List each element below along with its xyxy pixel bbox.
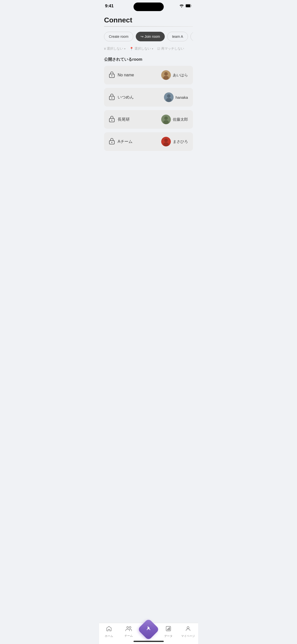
wifi-icon — [179, 4, 184, 8]
filter-row: ¥ 選択しない ▾ 📍 選択しない ▾ ☑ 再マッチしない — [104, 46, 193, 51]
status-icons — [179, 4, 192, 8]
svg-point-15 — [164, 116, 168, 120]
lock-icon-2 — [109, 93, 115, 101]
tab-team-b[interactable]: team b — [190, 32, 193, 41]
tab-buttons: Create room ↪ Join room team A team b — [104, 32, 193, 41]
svg-point-6 — [163, 76, 169, 80]
page-title: Connect — [104, 16, 193, 24]
room-card-3[interactable]: 長尾研 佐藤太郎 — [104, 110, 193, 129]
section-title: 公開されているroom — [104, 57, 193, 62]
svg-rect-1 — [186, 4, 190, 7]
room-card-1[interactable]: No name あいはら — [104, 66, 193, 84]
user-name-2: hanaka — [176, 95, 188, 100]
avatar-2 — [164, 92, 174, 102]
room-name-4: Aチーム — [118, 139, 133, 144]
room-card-4-left: Aチーム — [109, 138, 133, 146]
user-name-3: 佐藤太郎 — [173, 117, 188, 122]
notch — [134, 3, 164, 11]
status-bar: 9:41 — [99, 0, 198, 11]
tab-create-room[interactable]: Create room — [104, 32, 133, 41]
room-card-2[interactable]: いつめん hanaka — [104, 88, 193, 107]
avatar-4 — [161, 137, 171, 146]
svg-point-13 — [111, 120, 112, 121]
filter-rematch-label: 再マッチしない — [161, 46, 184, 51]
filter-price[interactable]: ¥ 選択しない ▾ — [104, 46, 125, 51]
svg-point-3 — [111, 75, 112, 76]
svg-point-21 — [163, 142, 169, 146]
location-icon: 📍 — [129, 47, 134, 51]
user-name-4: まさひろ — [173, 139, 188, 144]
lock-icon-3 — [109, 116, 115, 123]
filter-location-label: 選択しない — [135, 46, 151, 51]
title-underline — [104, 26, 193, 27]
lock-icon-4 — [109, 138, 115, 146]
filter-price-label: 選択しない — [107, 46, 123, 51]
room-card-1-right: あいはら — [161, 70, 188, 80]
filter-rematch[interactable]: ☑ 再マッチしない — [157, 46, 184, 51]
room-list: No name あいはら — [104, 66, 193, 151]
tab-team-a[interactable]: team A — [167, 32, 188, 41]
room-card-3-left: 長尾研 — [109, 116, 130, 123]
status-time: 9:41 — [105, 4, 114, 9]
room-card-2-left: いつめん — [109, 93, 134, 101]
price-icon: ¥ — [104, 47, 106, 51]
room-name-2: いつめん — [118, 95, 134, 100]
main-content: Connect Create room ↪ Join room team A t… — [99, 11, 198, 151]
tab-join-room[interactable]: ↪ Join room — [136, 32, 165, 41]
price-dropdown-icon: ▾ — [124, 47, 125, 50]
avatar-3 — [161, 115, 171, 124]
battery-icon — [185, 4, 192, 8]
user-name-1: あいはら — [173, 73, 188, 78]
room-card-2-right: hanaka — [164, 92, 188, 102]
room-card-4-right: まさひろ — [161, 137, 188, 146]
svg-point-5 — [164, 72, 168, 76]
room-card-3-right: 佐藤太郎 — [161, 115, 188, 124]
room-name-1: No name — [118, 73, 134, 77]
rematch-checkbox-icon: ☑ — [157, 47, 160, 51]
room-card-4[interactable]: Aチーム まさひろ — [104, 132, 193, 151]
svg-point-8 — [111, 98, 112, 99]
lock-icon-1 — [109, 71, 115, 79]
location-dropdown-icon: ▾ — [152, 47, 153, 50]
svg-point-11 — [166, 98, 172, 102]
svg-point-10 — [167, 94, 171, 98]
svg-point-18 — [111, 142, 112, 143]
svg-point-16 — [163, 120, 169, 124]
avatar-1 — [161, 70, 171, 80]
room-name-3: 長尾研 — [118, 117, 130, 122]
filter-location[interactable]: 📍 選択しない ▾ — [129, 46, 153, 51]
room-card-1-left: No name — [109, 71, 134, 79]
svg-point-20 — [164, 139, 168, 142]
